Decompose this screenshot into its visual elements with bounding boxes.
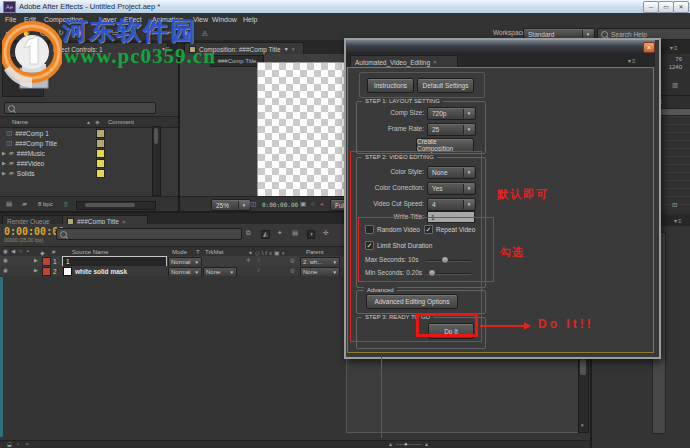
expand-modes-icon[interactable]: ◔: [16, 442, 19, 447]
repeat-video-checkbox[interactable]: ✓ Repeat Video: [424, 225, 475, 234]
channels-icon[interactable]: ◕: [320, 201, 324, 207]
snapshot-icon[interactable]: ▣: [300, 201, 306, 208]
column-name[interactable]: Name: [12, 119, 28, 125]
expander-icon[interactable]: ▶: [34, 258, 38, 263]
menu-file[interactable]: File: [5, 16, 16, 23]
maximize-button[interactable]: ▭: [658, 1, 674, 13]
color-correction-dropdown[interactable]: Yes ▼: [427, 182, 476, 195]
label-color-chip[interactable]: [96, 149, 105, 158]
random-video-checkbox[interactable]: Random Video: [365, 225, 420, 234]
column-source-name[interactable]: Source Name: [72, 249, 109, 255]
checkbox-unchecked-icon[interactable]: [365, 225, 374, 234]
column-t[interactable]: T: [196, 249, 200, 255]
comp-canvas-transparent[interactable]: [257, 62, 347, 198]
scroll-arrow-icon[interactable]: ▾: [581, 422, 584, 428]
menu-edit[interactable]: Edit: [24, 16, 36, 23]
project-item[interactable]: ▶ ▰ ###Music: [2, 148, 166, 158]
color-style-dropdown[interactable]: None ▼: [427, 166, 476, 179]
trash-icon[interactable]: ▯: [64, 201, 68, 208]
brush-tool-icon[interactable]: ✏: [166, 29, 172, 37]
instructions-button[interactable]: Instructions: [367, 78, 414, 93]
limit-shot-checkbox[interactable]: ✓ Limit Shot Duration: [365, 241, 432, 250]
zoom-slider-thumb[interactable]: ●: [404, 441, 408, 447]
expander-icon[interactable]: ▶: [2, 171, 6, 176]
slider-thumb[interactable]: [428, 269, 436, 277]
layer-label-chip[interactable]: [42, 267, 51, 276]
motion-blur-icon[interactable]: ◑: [307, 230, 315, 239]
eye-icon[interactable]: ◉: [3, 258, 8, 264]
draft-3d-icon[interactable]: ◭: [261, 230, 270, 239]
chevron-down-icon[interactable]: ▼: [284, 46, 289, 52]
expander-icon[interactable]: ▶: [2, 161, 6, 166]
zoom-out-mountain-icon[interactable]: ▲: [388, 442, 393, 447]
project-item[interactable]: ◫ ###Comp 1: [6, 128, 166, 138]
comp-size-dropdown[interactable]: 720p ▼: [427, 107, 476, 120]
label-color-chip[interactable]: [96, 139, 105, 148]
do-it-button[interactable]: Do It: [428, 323, 474, 339]
eye-icon[interactable]: ◉: [3, 268, 8, 274]
write-title-input[interactable]: 1: [427, 211, 475, 223]
selection-tool-icon[interactable]: ▸: [6, 29, 10, 37]
create-composition-button[interactable]: Create Composition: [416, 138, 474, 152]
checkbox-checked-icon[interactable]: ✓: [365, 241, 374, 250]
timeline-zoom-slider[interactable]: [396, 444, 422, 445]
switch-transform-icon[interactable]: ✛: [246, 258, 251, 264]
interpret-footage-icon[interactable]: ▤: [6, 201, 12, 208]
timeline-vscrollbar[interactable]: ▾: [578, 357, 589, 433]
switch-quality-icon[interactable]: /: [258, 258, 260, 264]
layer-label-chip[interactable]: [42, 257, 51, 266]
minimize-button[interactable]: ─: [643, 1, 659, 13]
panel-menu-icon[interactable]: ▾≡: [162, 45, 171, 52]
timeline-search-input[interactable]: [56, 228, 242, 240]
project-search-input[interactable]: [4, 102, 156, 114]
panel-menu-icon[interactable]: ▾≡: [674, 217, 683, 224]
column-trkmat[interactable]: TrkMat: [205, 249, 223, 255]
close-icon[interactable]: ×: [433, 59, 437, 65]
type-tool-icon[interactable]: T: [148, 29, 152, 36]
pen-tool-icon[interactable]: ✎: [130, 29, 136, 37]
project-scrollbar[interactable]: [152, 126, 161, 196]
menu-help[interactable]: Help: [243, 16, 257, 23]
zoom-in-mountain-icon[interactable]: ▲: [424, 442, 429, 447]
mask-tool-icon[interactable]: ▭: [112, 29, 119, 37]
rotate-tool-icon[interactable]: ↻: [58, 29, 64, 37]
close-icon[interactable]: ×: [643, 42, 655, 53]
close-icon[interactable]: ×: [292, 46, 296, 52]
viewer-timecode[interactable]: 0:00:00.00: [262, 201, 298, 208]
magnification-dropdown[interactable]: 25% ▼: [211, 199, 251, 211]
advanced-editing-options-button[interactable]: Advanced Editing Options: [366, 294, 458, 309]
layer-name[interactable]: white solid mask: [75, 268, 127, 275]
menu-layer[interactable]: Layer: [99, 16, 117, 23]
show-snapshot-icon[interactable]: ○: [311, 201, 315, 208]
scrollbar-thumb[interactable]: [580, 359, 586, 375]
panel-menu-icon[interactable]: ▾≡: [628, 57, 637, 64]
column-comment[interactable]: Comment: [108, 119, 134, 125]
project-item[interactable]: ▶ ▰ ###Video: [2, 158, 166, 168]
hand-tool-icon[interactable]: ✋: [22, 29, 31, 37]
cut-speed-dropdown[interactable]: 4 ▼: [427, 198, 476, 211]
label-color-chip[interactable]: [96, 129, 105, 138]
slider-thumb[interactable]: [441, 256, 449, 264]
project-hscrollbar[interactable]: [76, 201, 156, 210]
expander-icon[interactable]: ▶: [34, 268, 38, 273]
flowchart-icon[interactable]: ⊡: [672, 202, 677, 209]
scrollbar-thumb[interactable]: [85, 203, 135, 207]
script-panel-titlebar[interactable]: ×: [346, 40, 655, 53]
clone-tool-icon[interactable]: ◉: [184, 29, 190, 37]
frame-blend-icon[interactable]: ▤: [292, 230, 298, 237]
panel-menu-icon[interactable]: ▾≡: [670, 44, 679, 51]
new-folder-icon[interactable]: ▰: [22, 201, 27, 208]
default-settings-button[interactable]: Default Settings: [417, 78, 474, 93]
graph-editor-icon[interactable]: ✣: [323, 230, 328, 237]
scrollbar-thumb[interactable]: [154, 128, 158, 144]
export-icon[interactable]: ▥: [672, 82, 678, 89]
comp-mini-flowchart-icon[interactable]: ⧉: [246, 230, 251, 237]
pan-behind-tool-icon[interactable]: ✛: [94, 29, 100, 37]
label-color-chip[interactable]: [96, 169, 105, 178]
menu-animation[interactable]: Animation: [152, 16, 183, 23]
expander-icon[interactable]: ▶: [2, 151, 6, 156]
project-item[interactable]: ◫ ###Comp Title: [6, 138, 166, 148]
hide-shy-icon[interactable]: ✦: [277, 230, 282, 237]
pickwhip-icon[interactable]: ◎: [290, 258, 295, 264]
frame-rate-dropdown[interactable]: 25 ▼: [427, 123, 476, 136]
